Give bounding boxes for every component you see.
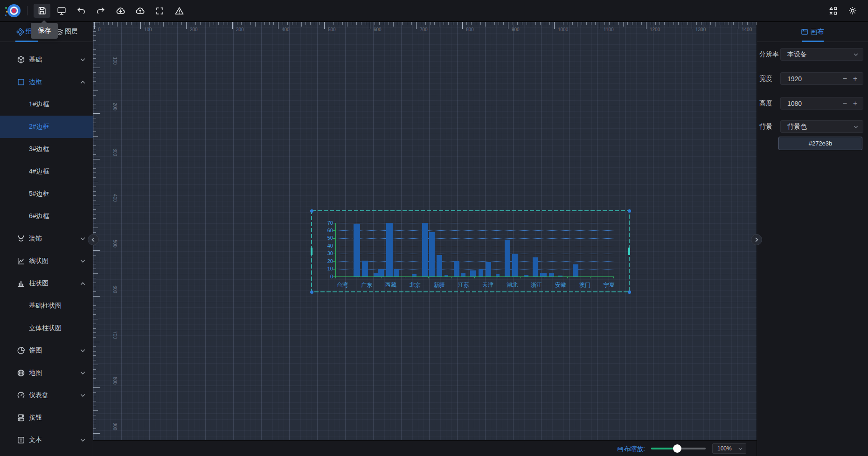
warning-button[interactable] [171,4,187,18]
ruler-tick [618,22,619,25]
chevron-down-icon[interactable] [80,370,86,376]
tab-layers[interactable]: 图层 [56,28,78,36]
resize-handle-bottom-right[interactable] [628,290,631,294]
shapes-button[interactable] [825,4,841,18]
collapse-left-panel-button[interactable] [88,234,99,245]
sidebar-group-文本[interactable]: 文本 [0,429,93,451]
ruler-tick [632,22,632,25]
zoom-slider[interactable] [651,448,706,449]
chevron-down-icon[interactable] [80,258,86,264]
ruler-tick [93,337,96,338]
height-decrement-button[interactable]: − [843,97,847,109]
sidebar-item-label: 5#边框 [29,190,49,198]
ruler-tick [93,145,96,146]
ruler-tick [738,22,738,29]
ruler-tick [306,22,306,25]
ruler-tick [218,22,219,25]
height-increment-button[interactable]: + [853,97,857,109]
zoom-percent-select[interactable]: 100% [712,443,746,454]
ruler-tick [237,22,237,25]
ruler-tick [93,365,98,365]
ruler-tick [163,22,164,27]
height-input[interactable] [787,100,829,107]
sidebar-group-基础[interactable]: 基础 [0,48,93,71]
sidebar-item-4#边框[interactable]: 4#边框 [0,160,93,183]
sidebar-item-基础柱状图[interactable]: 基础柱状图 [0,295,93,317]
brightness-button[interactable] [844,4,861,18]
resize-handle-top-left[interactable] [310,209,313,213]
sidebar-group-饼图[interactable]: 饼图 [0,339,93,362]
ruler-tick [140,22,141,29]
sidebar-group-柱状图[interactable]: 柱状图 [0,272,93,295]
ruler-number: 900 [512,27,520,32]
ruler-tick [145,22,145,25]
redo-button[interactable] [92,4,109,18]
ruler-tick [93,428,96,429]
toolbar-left-group [32,4,189,18]
sidebar-item-5#边框[interactable]: 5#边框 [0,183,93,205]
chart-bar [374,273,378,276]
ruler-tick [93,72,96,73]
sidebar-group-按钮[interactable]: 按钮 [0,407,93,429]
chevron-down-icon[interactable] [80,437,86,443]
ruler-tick [301,22,302,27]
sidebar-group-边框[interactable]: 边框 [0,71,93,93]
chevron-down-icon[interactable] [80,348,86,354]
sidebar-group-仪表盘[interactable]: 仪表盘 [0,384,93,407]
ruler-tick [126,22,127,25]
ruler-tick [93,22,100,22]
sidebar-group-装饰[interactable]: 装饰 [0,228,93,250]
ruler-tick [93,86,96,86]
ruler-tick [93,424,96,424]
ruler-tick [93,218,96,219]
resize-handle-left[interactable] [311,248,312,255]
monitor-button[interactable] [53,4,70,18]
sidebar-item-3#边框[interactable]: 3#边框 [0,138,93,160]
chevron-down-icon[interactable] [80,57,86,63]
width-input[interactable] [787,75,829,83]
resize-handle-top-right[interactable] [628,209,631,213]
resolution-select[interactable]: 本设备 [780,48,863,61]
undo-button[interactable] [73,4,90,18]
resize-handle-bottom-left[interactable] [310,290,313,294]
width-decrement-button[interactable]: − [843,73,847,84]
sidebar-item-2#边框[interactable]: 2#边框 [0,116,93,138]
ruler-tick [93,113,100,114]
sidebar-group-线状图[interactable]: 线状图 [0,250,93,272]
fullscreen-button[interactable] [151,4,168,18]
ruler-tick [93,150,96,150]
ruler-tick [200,22,201,25]
ruler-tick [701,22,701,25]
app-logo-icon[interactable] [5,3,21,19]
ruler-tick [93,351,96,352]
sidebar-group-地图[interactable]: 地图 [0,362,93,384]
bar-chart-component[interactable]: 010203040506070台湾广东西藏北京新疆江苏天津湖北浙江安徽澳门宁夏 [312,211,629,292]
resize-handle-right[interactable] [628,248,630,255]
cloud-download-button[interactable] [112,4,129,18]
background-color-field[interactable] [778,137,862,150]
chevron-up-icon[interactable] [80,281,86,287]
cloud-upload-button[interactable] [132,4,148,18]
design-canvas[interactable]: 0100200300400500600700800900100011001200… [93,22,757,440]
sidebar-item-1#边框[interactable]: 1#边框 [0,93,93,116]
x-axis-category-label: 湖北 [500,281,524,289]
background-select[interactable]: 背景色 [780,120,863,133]
ruler-tick [93,191,96,192]
sidebar-item-立体柱状图[interactable]: 立体柱状图 [0,317,93,339]
height-row: 高度 − + [757,97,868,110]
ruler-tick [250,22,251,25]
chevron-up-icon[interactable] [80,79,86,85]
sidebar-item-label: 基础柱状图 [29,302,62,310]
chevron-down-icon[interactable] [80,236,86,242]
chevron-down-icon[interactable] [80,393,86,399]
save-button[interactable] [34,4,50,18]
ruler-tick [430,22,431,25]
collapse-right-panel-button[interactable] [751,234,762,245]
width-increment-button[interactable]: + [853,73,857,84]
zoom-slider-thumb[interactable] [673,444,681,453]
ruler-tick [522,22,522,25]
background-color-input[interactable] [779,137,862,150]
sidebar-item-6#边框[interactable]: 6#边框 [0,205,93,228]
ruler-tick [278,22,278,29]
tab-canvas-settings[interactable]: 画布 [757,22,868,42]
